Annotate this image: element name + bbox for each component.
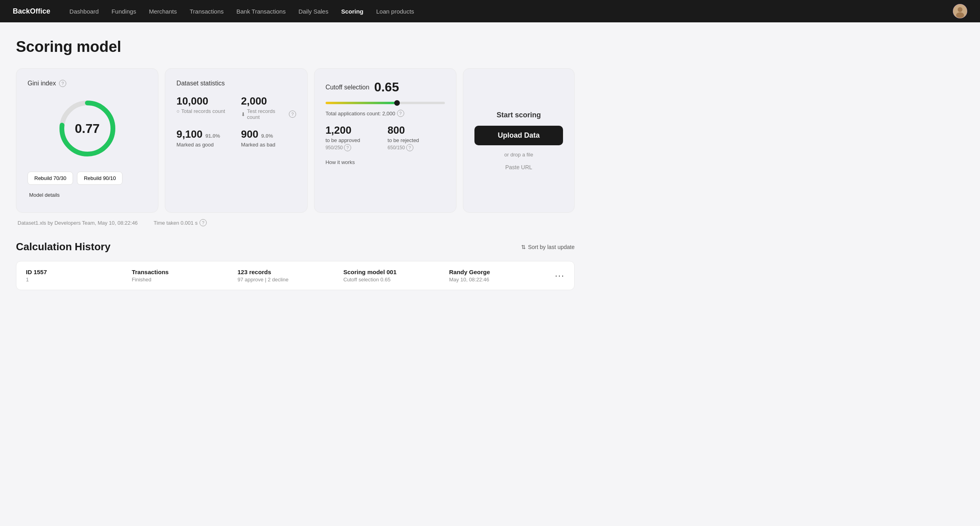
avatar[interactable] <box>953 4 967 18</box>
upload-data-button[interactable]: Upload Data <box>474 126 563 145</box>
logo: BackOffice <box>13 7 50 16</box>
approve-help-icon[interactable]: ? <box>344 144 351 151</box>
reject-help-icon[interactable]: ? <box>406 144 413 151</box>
approve-label: to be approved <box>326 137 383 143</box>
history-row: ID 1557 1 Transactions Finished 123 reco… <box>16 261 575 290</box>
marked-good-block: 9,100 91.0% Marked as good <box>176 128 231 148</box>
reject-label: to be rejected <box>387 137 445 143</box>
circle-icon: ○ <box>176 108 180 114</box>
nav-link-bank-transactions[interactable]: Bank Transactions <box>237 8 286 15</box>
paste-url-button[interactable]: Paste URL <box>474 164 563 170</box>
total-records-label: Total records count <box>181 108 225 114</box>
start-scoring-title: Start scoring <box>496 111 541 119</box>
svg-point-2 <box>956 12 964 18</box>
sort-button[interactable]: ⇅ Sort by last update <box>521 244 575 250</box>
or-drop-text: or drop a file <box>504 152 533 158</box>
cutoff-card: Cutoff selection 0.65 Total applications… <box>314 68 456 213</box>
approve-count: 1,200 <box>326 124 383 136</box>
dataset-title: Dataset statistics <box>176 80 296 87</box>
model-details-button[interactable]: Model details <box>28 189 61 201</box>
navbar: BackOffice DashboardFundingsMerchantsTra… <box>0 0 980 22</box>
history-title: Calculation History <box>16 241 111 253</box>
history-records-cell: 123 records 97 approve | 2 decline <box>237 269 337 283</box>
nav-link-loan-products[interactable]: Loan products <box>376 8 414 15</box>
marked-good-value: 9,100 91.0% <box>176 128 231 140</box>
nav-link-daily-sales[interactable]: Daily Sales <box>298 8 328 15</box>
sort-label: Sort by last update <box>528 244 575 250</box>
download-icon: ⬇ <box>241 111 245 117</box>
marked-good-pct: 91.0% <box>205 133 220 139</box>
approve-sub: 950/250 ? <box>326 144 383 151</box>
cards-row: Gini index ? 0.77 Rebuild 70/30 Rebuild … <box>16 68 575 213</box>
time-help-icon[interactable]: ? <box>200 219 207 226</box>
page-title: Scoring model <box>16 38 575 55</box>
marked-bad-block: 900 9.0% Marked as bad <box>241 128 296 148</box>
history-type-cell: Transactions Finished <box>132 269 231 283</box>
gini-card: Gini index ? 0.77 Rebuild 70/30 Rebuild … <box>16 68 158 213</box>
cutoff-stats: 1,200 to be approved 950/250 ? 800 to be… <box>326 124 445 151</box>
time-taken: Time taken 0.001 s ? <box>154 219 207 226</box>
reject-count: 800 <box>387 124 445 136</box>
total-records-value: 10,000 <box>176 95 231 107</box>
gini-help-icon[interactable]: ? <box>59 80 66 87</box>
test-help-icon[interactable]: ? <box>289 111 296 118</box>
rebuild-90-10-button[interactable]: Rebuild 90/10 <box>77 172 122 185</box>
test-records-value: 2,000 <box>241 95 296 107</box>
history-records-sub: 97 approve | 2 decline <box>237 277 337 283</box>
test-records-block: 2,000 ⬇ Test records count ? <box>241 95 296 120</box>
history-model-cell: Scoring model 001 Cutoff selection 0.65 <box>343 269 443 283</box>
cutoff-value: 0.65 <box>374 80 399 95</box>
meta-row: Dataset1.xls by Developers Team, May 10,… <box>16 219 575 226</box>
history-id-cell: ID 1557 1 <box>26 269 125 283</box>
history-user-main: Randy George <box>449 269 549 275</box>
nav-link-transactions[interactable]: Transactions <box>190 8 223 15</box>
cutoff-header: Cutoff selection 0.65 <box>326 80 445 95</box>
cutoff-slider[interactable] <box>326 102 445 104</box>
rebuild-70-30-button[interactable]: Rebuild 70/30 <box>28 172 73 185</box>
total-applications: Total applications count: 2,000 ? <box>326 110 445 117</box>
nav-link-scoring[interactable]: Scoring <box>341 8 364 15</box>
history-id-main: ID 1557 <box>26 269 125 275</box>
history-type-sub: Finished <box>132 277 231 283</box>
dataset-grid: 10,000 ○ Total records count 2,000 ⬇ Tes… <box>176 95 296 148</box>
history-user-sub: May 10, 08:22:46 <box>449 277 549 283</box>
more-options-button[interactable]: ··· <box>555 271 565 281</box>
marked-good-label: Marked as good <box>176 142 231 148</box>
history-user-cell: Randy George May 10, 08:22:46 <box>449 269 549 283</box>
gini-donut: 0.77 <box>55 97 119 160</box>
nav-link-merchants[interactable]: Merchants <box>149 8 177 15</box>
test-records-sub: ⬇ Test records count ? <box>241 108 296 120</box>
cutoff-title: Cutoff selection <box>326 84 369 91</box>
how-it-works-link[interactable]: How it works <box>326 159 355 165</box>
slider-thumb <box>394 100 400 106</box>
total-apps-help-icon[interactable]: ? <box>397 110 404 117</box>
reject-sub: 650/150 ? <box>387 144 445 151</box>
nav-links: DashboardFundingsMerchantsTransactionsBa… <box>69 8 953 15</box>
nav-link-fundings[interactable]: Fundings <box>111 8 136 15</box>
marked-bad-pct: 9.0% <box>261 133 273 139</box>
gini-chart-area: 0.77 <box>28 93 147 168</box>
marked-bad-value: 900 9.0% <box>241 128 296 140</box>
total-records-sub: ○ Total records count <box>176 108 231 114</box>
main-content: Scoring model Gini index ? 0.77 <box>0 22 591 314</box>
approve-block: 1,200 to be approved 950/250 ? <box>326 124 383 151</box>
total-records-block: 10,000 ○ Total records count <box>176 95 231 120</box>
gini-buttons: Rebuild 70/30 Rebuild 90/10 Model detail… <box>28 172 147 201</box>
history-records-main: 123 records <box>237 269 337 275</box>
history-header: Calculation History ⇅ Sort by last updat… <box>16 241 575 253</box>
nav-link-dashboard[interactable]: Dashboard <box>69 8 99 15</box>
gini-title: Gini index <box>28 80 56 87</box>
marked-bad-label: Marked as bad <box>241 142 296 148</box>
sort-icon: ⇅ <box>521 244 526 250</box>
history-model-main: Scoring model 001 <box>343 269 443 275</box>
dataset-card: Dataset statistics 10,000 ○ Total record… <box>165 68 307 213</box>
history-type-main: Transactions <box>132 269 231 275</box>
start-scoring-card: Start scoring Upload Data or drop a file… <box>463 68 575 213</box>
test-records-label: Test records count <box>247 108 287 120</box>
svg-point-1 <box>958 7 962 12</box>
gini-header: Gini index ? <box>28 80 147 87</box>
history-model-sub: Cutoff selection 0.65 <box>343 277 443 283</box>
gini-value: 0.77 <box>75 121 100 136</box>
history-id-sub: 1 <box>26 277 125 283</box>
reject-block: 800 to be rejected 650/150 ? <box>387 124 445 151</box>
